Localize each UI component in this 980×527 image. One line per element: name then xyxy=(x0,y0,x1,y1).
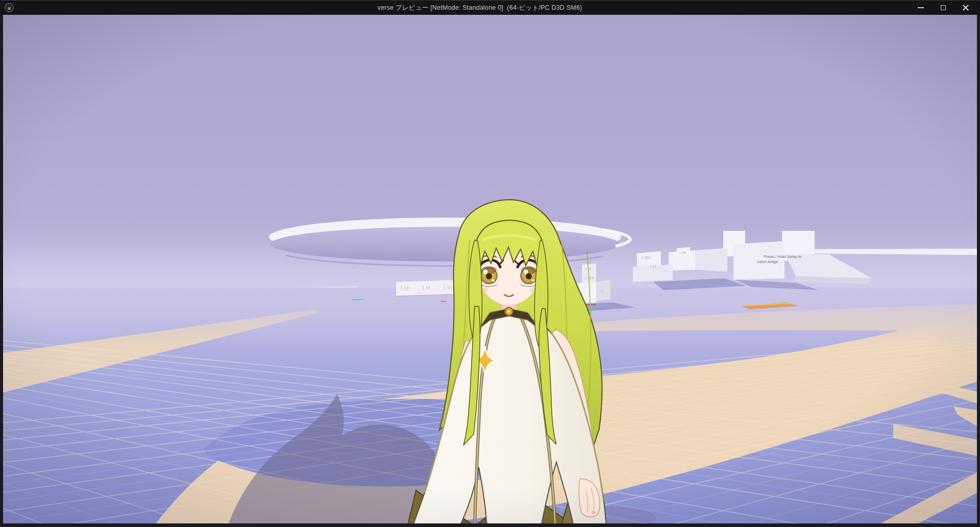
maximize-icon xyxy=(941,5,946,10)
minimize-icon xyxy=(918,7,924,8)
maximize-button[interactable] xyxy=(932,1,954,15)
scene-3d: 1 M 1 M 1 M 2.5M 1 M 1 M Press / Hold Ju… xyxy=(3,15,977,523)
vignette xyxy=(3,15,977,523)
game-viewport[interactable]: 1 M 1 M 1 M 2.5M 1 M 1 M Press / Hold Ju… xyxy=(3,15,977,523)
window-title: verse プレビュー [NetMode: Standalone 0] (64-… xyxy=(61,1,898,15)
close-button[interactable] xyxy=(954,1,977,15)
app-window: u verse プレビュー [NetMode: Standalone 0] (6… xyxy=(0,0,980,527)
unreal-logo-icon: u xyxy=(5,3,14,12)
minimize-button[interactable] xyxy=(910,1,932,15)
logo-letter: u xyxy=(8,5,11,11)
titlebar: u verse プレビュー [NetMode: Standalone 0] (6… xyxy=(0,0,980,15)
window-controls xyxy=(910,1,977,15)
